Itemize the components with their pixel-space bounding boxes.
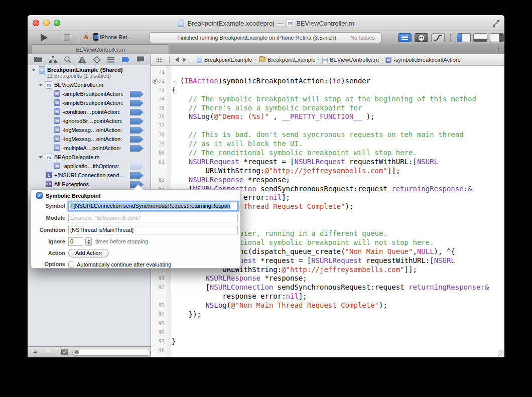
scheme-selector[interactable]: A › iPhone Ret… [84,33,133,41]
code-line[interactable]: 76 NSLog(@"Demo: (%s)" , __PRETTY_FUNCTI… [151,112,504,121]
window-titlebar[interactable]: A BreakpointExample.xcodeproj — m BEView… [28,15,504,31]
search-navigator-icon[interactable] [64,56,72,64]
code-line[interactable]: response error:nil]; [151,292,504,301]
stop-button[interactable] [64,34,70,41]
related-items-icon[interactable] [156,57,163,62]
breakpoint-filter-field[interactable] [72,349,151,356]
disclosure-triangle-icon[interactable] [39,84,43,86]
breakpoint-enabled-badge[interactable] [130,136,144,143]
breakpoint-enabled-badge[interactable] [130,118,144,124]
breakpoint-row[interactable]: M-multipleA…pointAction: [28,144,151,153]
row-label: -logMessag…ointAction: [62,136,122,142]
tab-beviewcontroller[interactable]: BEViewController.m [32,44,169,54]
code-line[interactable]: 82 NSURLResponse *response; [151,176,504,185]
assistant-editor-button[interactable] [415,33,428,42]
code-line[interactable]: 92 [NSURLConnection sendSynchronousReque… [151,283,504,292]
code-line[interactable]: 91 NSURLResponse *response; [151,274,504,283]
code-line[interactable]: 93 NSLog(@"Non Main Thread Request Compl… [151,301,504,310]
breakpoint-row[interactable]: M-simpleBreakpointAction: [28,98,151,107]
breakpoint-enabled-checkbox[interactable]: ✓ [36,192,43,199]
toggle-debug-area-button[interactable] [473,33,487,42]
code-line[interactable]: 79 // as it will block the UI. [151,140,504,149]
symbol-field[interactable]: +[NSURLConnection sendSynchronousRequest… [68,202,238,210]
code-line[interactable]: URLWithString:@"http://jeffreysambells.c… [151,167,504,176]
debug-navigator-icon[interactable] [107,56,115,63]
jumpbar-item[interactable]: M-symbolicBreakpointAction: [385,57,460,63]
title-project-name: BreakpointExample.xcodeproj [187,20,274,27]
issue-navigator-icon[interactable] [78,56,86,63]
add-breakpoint-button[interactable]: + [32,348,39,356]
code-line[interactable]: 96 [151,328,504,337]
code-line[interactable]: 73{ [151,86,504,95]
breakpoint-enabled-badge[interactable] [130,91,144,97]
code-line[interactable]: 94 }); [151,310,504,319]
code-line[interactable]: 80 // The conditional symbolic breakpoin… [151,149,504,158]
code-line[interactable]: 77 [151,121,504,130]
breakpoint-row[interactable]: M-simpleBreakpointAction: [28,89,151,98]
footer-divider [57,349,57,356]
breakpoint-navigator-icon[interactable] [121,56,130,63]
breakpoint-row[interactable]: M-condition…pointAction: [28,107,151,116]
symbol-navigator-icon[interactable] [49,56,57,64]
run-button[interactable] [41,34,48,42]
code-line[interactable]: 95 [151,319,504,328]
disclosure-triangle-icon[interactable] [39,156,43,159]
toggle-navigator-button[interactable] [457,33,471,42]
jumpbar-item[interactable]: mBEViewController.m [322,57,379,63]
standard-editor-button[interactable] [398,33,412,42]
log-navigator-icon[interactable] [137,56,145,63]
breakpoint-enabled-badge[interactable] [130,109,144,115]
resize-grip-icon[interactable] [498,351,504,357]
toggle-utilities-button[interactable] [490,33,504,42]
code-line[interactable]: 81 NSURLRequest *request = [NSURLRequest… [151,158,504,167]
version-editor-button[interactable] [431,33,445,42]
ignore-count-field[interactable]: 0 [68,237,83,246]
action-label: Action [33,249,65,257]
code-line[interactable]: 78 // This is bad. don't send syncronous… [151,130,504,140]
ignore-stepper[interactable] [85,237,92,246]
code-line[interactable]: 74 // The symbolic breakpoint will stop … [151,95,504,104]
breakpoint-enabled-badge[interactable] [130,127,144,134]
breakpoint-location-marker-icon[interactable] [153,79,158,84]
breakpoint-enabled-badge[interactable] [130,145,144,152]
code-token: "Non Main Queue" [345,247,413,255]
breakpoint-enabled-badge[interactable] [130,100,144,106]
project-navigator-icon[interactable] [34,56,42,63]
code-line[interactable]: 97} [151,337,504,346]
code-line[interactable]: 72- (IBAction)symbolicBreakpointAction:(… [151,77,504,86]
breakpoint-row[interactable]: Σ+[NSURLConnection send… [28,171,151,180]
navigator-project-row[interactable]: ABreakpointExample (Shared)11 Breakpoint… [28,65,151,80]
navigator-file-row[interactable]: mBEAppDelegate.m [28,153,151,162]
navigator-file-row[interactable]: mBEViewController.m [28,80,151,89]
forward-button[interactable] [183,57,186,62]
test-navigator-icon[interactable] [93,56,101,64]
jumpbar-item[interactable]: ABreakpointExample [197,57,252,63]
breakpoint-row[interactable]: M-logMessag…ointAction: [28,135,151,144]
method-icon: M [385,57,391,63]
breakpoint-row[interactable]: M-logMessag…ointAction: [28,125,151,135]
status-message: Finished running BreakpointExample on iP… [150,35,350,41]
code-token: ), ^{ [434,247,455,255]
back-button[interactable] [175,57,179,62]
breakpoint-row[interactable]: M-applicatio…ithOptions: [28,162,151,171]
disclosure-triangle-icon[interactable] [32,69,36,71]
module-field[interactable]: Example: "libSystem.B.dylib" [68,214,238,222]
code-line[interactable]: 98 [151,346,504,355]
code-line[interactable]: 71 [151,68,504,77]
auto-continue-checkbox[interactable] [68,261,74,268]
breakpoint-row[interactable]: ExAll Exceptions [28,180,151,189]
add-tab-button[interactable]: + [496,45,500,53]
jumpbar-item[interactable]: BreakpointExample [259,57,315,63]
fullscreen-icon[interactable] [493,20,499,27]
add-action-button[interactable]: Add Action [68,249,109,257]
condition-field[interactable]: [NSThread isMainThread] [68,226,238,234]
row-label: BEViewController.m [54,82,103,88]
breakpoint-disabled-badge[interactable] [130,163,144,170]
filter-enabled-breakpoints-icon[interactable]: ✓ [61,349,68,355]
line-number: 92 [151,283,165,292]
chevron-right-icon: › [90,34,92,40]
breakpoint-row[interactable]: M-ignoredBr…pointAction: [28,116,151,125]
remove-breakpoint-button[interactable]: – [45,348,52,356]
code-line[interactable]: 75 // There's also a symbolic breakpoint… [151,104,504,113]
breakpoint-enabled-badge[interactable] [130,172,144,179]
